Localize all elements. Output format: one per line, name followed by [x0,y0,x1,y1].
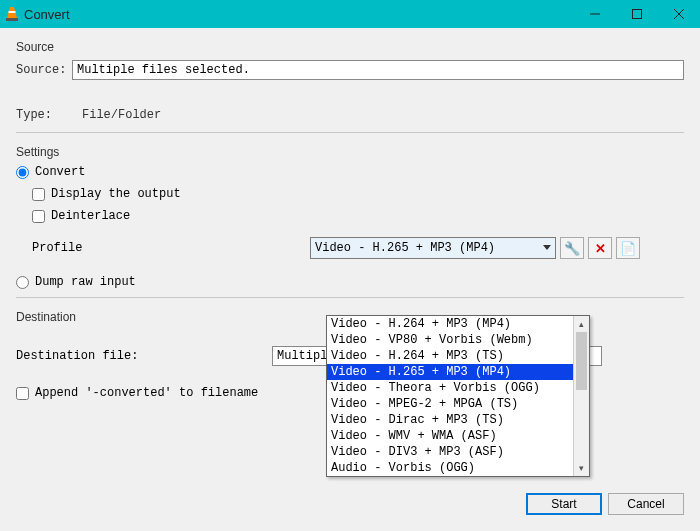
profile-dropdown: Video - H.264 + MP3 (MP4)Video - VP80 + … [326,315,590,477]
append-converted-label: Append '-converted' to filename [35,386,258,400]
source-section-label: Source [16,40,684,54]
source-label: Source: [16,63,72,77]
profile-option[interactable]: Video - Theora + Vorbis (OGG) [327,380,573,396]
vlc-icon [6,7,18,21]
profile-value: Video - H.265 + MP3 (MP4) [315,241,495,255]
dropdown-scrollbar[interactable]: ▴ ▾ [573,316,589,476]
divider [16,132,684,133]
close-button[interactable] [658,0,700,28]
profile-option[interactable]: Video - VP80 + Vorbis (Webm) [327,332,573,348]
svg-rect-1 [9,11,16,13]
type-label: Type: [16,108,72,122]
deinterlace-label: Deinterlace [51,209,130,223]
convert-radio[interactable] [16,166,29,179]
profile-label: Profile [32,241,310,255]
destination-file-label: Destination file: [16,349,272,363]
cancel-button[interactable]: Cancel [608,493,684,515]
profile-option[interactable]: Video - H.265 + MP3 (MP4) [327,364,573,380]
settings-section-label: Settings [16,145,684,159]
svg-rect-2 [6,18,18,21]
dump-radio-label: Dump raw input [35,275,136,289]
minimize-button[interactable] [574,0,616,28]
start-button[interactable]: Start [526,493,602,515]
chevron-down-icon [543,245,551,250]
type-value: File/Folder [82,108,161,122]
convert-radio-label: Convert [35,165,85,179]
delete-icon: ✕ [595,241,606,256]
profile-option[interactable]: Audio - Vorbis (OGG) [327,460,573,476]
edit-profile-button[interactable]: 🔧 [560,237,584,259]
profile-option[interactable]: Video - H.264 + MP3 (MP4) [327,316,573,332]
append-converted-checkbox[interactable] [16,387,29,400]
source-input[interactable] [72,60,684,80]
new-icon: 📄 [620,241,636,256]
profile-option[interactable]: Video - H.264 + MP3 (TS) [327,348,573,364]
new-profile-button[interactable]: 📄 [616,237,640,259]
titlebar: Convert [0,0,700,28]
profile-option[interactable]: Video - WMV + WMA (ASF) [327,428,573,444]
wrench-icon: 🔧 [564,241,580,256]
profile-option[interactable]: Video - Dirac + MP3 (TS) [327,412,573,428]
display-output-label: Display the output [51,187,181,201]
profile-option[interactable]: Video - MPEG-2 + MPGA (TS) [327,396,573,412]
svg-rect-4 [633,10,642,19]
profile-option[interactable]: Video - DIV3 + MP3 (ASF) [327,444,573,460]
maximize-button[interactable] [616,0,658,28]
deinterlace-checkbox[interactable] [32,210,45,223]
dump-radio[interactable] [16,276,29,289]
delete-profile-button[interactable]: ✕ [588,237,612,259]
scroll-thumb[interactable] [576,332,587,390]
window-title: Convert [24,7,574,22]
scroll-down-icon[interactable]: ▾ [574,460,589,476]
divider [16,297,684,298]
display-output-checkbox[interactable] [32,188,45,201]
scroll-up-icon[interactable]: ▴ [574,316,589,332]
profile-combobox[interactable]: Video - H.265 + MP3 (MP4) [310,237,556,259]
